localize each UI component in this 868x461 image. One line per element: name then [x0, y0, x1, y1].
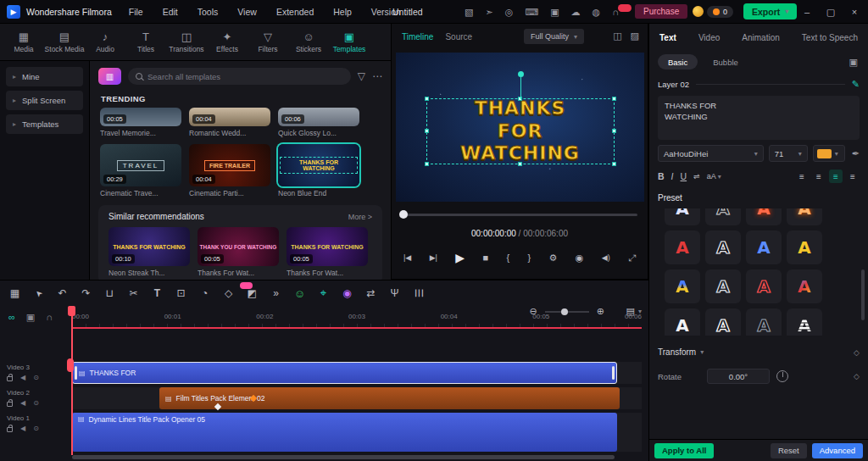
- tab-source[interactable]: Source: [445, 32, 472, 42]
- purchase-button[interactable]: Purchase: [635, 4, 687, 19]
- track-header[interactable]: Video 2 ◀ ⊙: [0, 387, 72, 409]
- subtab-bubble[interactable]: Bubble: [703, 54, 748, 69]
- transform-keyframe-icon[interactable]: ◇: [854, 348, 860, 357]
- media-tab[interactable]: ☺ Stickers: [288, 31, 329, 53]
- align-center-button[interactable]: ≡: [812, 169, 826, 183]
- screen-recorder-icon[interactable]: ◎: [505, 7, 514, 18]
- crop-icon[interactable]: ⊡: [175, 287, 187, 299]
- track-header[interactable]: Video 3 ◀ ⊙: [0, 362, 72, 384]
- menu-item[interactable]: Edit: [163, 7, 178, 17]
- promotion-icon[interactable]: ➣: [485, 7, 492, 18]
- timeline-clip-selected[interactable]: ▤ THANKS FOR: [72, 362, 617, 384]
- mute-track-icon[interactable]: ◀: [20, 374, 25, 381]
- snap-icon[interactable]: ▣: [26, 312, 35, 323]
- chroma-key-icon[interactable]: ◩: [246, 287, 259, 299]
- letter-spacing-button[interactable]: ⇌: [693, 172, 700, 181]
- menu-item[interactable]: Help: [333, 7, 352, 17]
- align-left-button[interactable]: ≡: [795, 169, 809, 183]
- preview-canvas[interactable]: THANKS FOR WATCHING: [396, 53, 644, 202]
- mute-track-icon[interactable]: ◀: [20, 425, 25, 432]
- timeline-horizontal-scrollbar[interactable]: [72, 455, 615, 459]
- more-options-icon[interactable]: ⋯: [372, 70, 382, 82]
- previous-frame-icon[interactable]: |◀: [403, 253, 411, 262]
- template-card[interactable]: THANKS FOR WATCHING Neon Blue End: [278, 144, 359, 197]
- template-card[interactable]: FIRE TRAILER 00:04 Cinematic Parti...: [189, 144, 270, 197]
- preview-scrubber[interactable]: [402, 214, 637, 216]
- more-tools-icon[interactable]: »: [270, 287, 282, 299]
- close-button[interactable]: ×: [843, 0, 866, 24]
- playhead-line[interactable]: [71, 306, 73, 455]
- mark-in-icon[interactable]: {: [506, 253, 509, 263]
- hide-track-icon[interactable]: ⊙: [33, 374, 39, 381]
- scrubber-handle[interactable]: [399, 210, 408, 219]
- track-header[interactable]: Video 1 ◀ ⊙: [0, 413, 72, 452]
- media-tab[interactable]: T Titles: [125, 31, 166, 53]
- quality-selector[interactable]: Full Quality ▾: [524, 29, 584, 44]
- template-thumbnail[interactable]: THANKS FOR WATCHING: [278, 144, 359, 186]
- split-scissors-icon[interactable]: ✂: [127, 287, 140, 299]
- tab-video[interactable]: Video: [698, 33, 720, 42]
- resize-handle[interactable]: [612, 162, 616, 166]
- media-tab[interactable]: ▣ Templates: [329, 31, 370, 53]
- keyframe-marker[interactable]: [214, 403, 221, 410]
- minimize-button[interactable]: –: [795, 0, 819, 24]
- gift-icon[interactable]: ▧: [465, 7, 473, 18]
- undo-icon[interactable]: ↶: [56, 287, 69, 299]
- apply-to-all-button[interactable]: Apply to All: [654, 443, 714, 458]
- mute-track-icon[interactable]: ◀: [20, 399, 25, 407]
- text-content-field[interactable]: THANKS FOR WATCHING: [658, 96, 860, 140]
- italic-button[interactable]: I: [671, 171, 674, 181]
- template-thumbnail[interactable]: THANKS FOR WATCHING 00:10: [108, 227, 190, 266]
- bold-button[interactable]: B: [658, 171, 665, 181]
- underline-button[interactable]: U: [681, 171, 687, 181]
- align-right-button[interactable]: ≡: [829, 169, 843, 183]
- preset-scrollbar[interactable]: [861, 269, 865, 320]
- timeline-clip[interactable]: ▤ Dynamic Lines Title Pack Opener 05: [72, 413, 617, 452]
- lock-track-icon[interactable]: [7, 427, 13, 432]
- text-preset[interactable]: A: [746, 230, 782, 264]
- coin-icon[interactable]: [693, 6, 704, 17]
- speed-icon[interactable]: ◔: [198, 287, 211, 299]
- template-thumbnail[interactable]: 00:04: [189, 108, 270, 126]
- eyedropper-ic on[interactable]: ✒: [852, 148, 860, 159]
- selection-box[interactable]: [426, 98, 615, 164]
- template-card[interactable]: 00:06 Quick Glossy Lo...: [278, 108, 359, 137]
- playhead-handle[interactable]: [68, 306, 75, 316]
- text-preset[interactable]: A: [665, 308, 700, 336]
- template-card[interactable]: THANKS FOR WATCHING 00:10 Neon Streak Th…: [108, 227, 190, 277]
- media-tab[interactable]: ♪ Audio: [85, 31, 125, 53]
- template-card[interactable]: TRAVEL 00:29 Cinematic Trave...: [100, 144, 181, 197]
- redo-icon[interactable]: ↷: [80, 287, 92, 299]
- text-preset[interactable]: A: [787, 269, 822, 303]
- text-preset[interactable]: A: [705, 269, 741, 303]
- audio-mixer-icon[interactable]: ☰: [413, 287, 425, 300]
- more-link[interactable]: More >: [348, 213, 372, 221]
- emoji-tool-icon[interactable]: ☺: [293, 287, 306, 300]
- motion-track-icon[interactable]: ⌖: [317, 286, 330, 300]
- template-thumbnail[interactable]: 00:05: [100, 108, 181, 126]
- ripple-edit-icon[interactable]: ⇄: [364, 287, 377, 299]
- delete-icon[interactable]: ⊔: [103, 287, 116, 299]
- playhead-grip[interactable]: [67, 358, 74, 372]
- keyframe-icon[interactable]: ◇: [222, 287, 235, 299]
- menu-item[interactable]: File: [129, 7, 143, 17]
- text-preset[interactable]: A: [665, 230, 700, 264]
- text-preset[interactable]: A: [705, 308, 741, 336]
- stop-icon[interactable]: ■: [482, 253, 488, 263]
- template-card[interactable]: THANKS FOR WATCHING 00:05 Thanks For Wat…: [287, 227, 368, 277]
- media-tab[interactable]: ▤ Stock Media: [44, 31, 85, 53]
- rotate-keyframe-icon[interactable]: ◇: [854, 372, 860, 380]
- timeline-clip[interactable]: ▤ Film Titles Pack Element 02: [159, 387, 620, 409]
- template-thumbnail[interactable]: TRAVEL 00:29: [100, 144, 181, 186]
- rotation-handle[interactable]: [518, 71, 524, 77]
- ai-writing-icon[interactable]: ✎: [852, 79, 860, 90]
- search-input[interactable]: [147, 72, 343, 81]
- template-thumbnail[interactable]: THANK YOU FOR WATCHING 00:05: [198, 227, 279, 266]
- voiceover-mic-icon[interactable]: Ψ: [388, 287, 401, 299]
- reset-button[interactable]: Reset: [771, 443, 807, 458]
- sidebar-category[interactable]: ▸ Split Screen: [6, 91, 83, 110]
- template-thumbnail[interactable]: THANKS FOR WATCHING 00:05: [287, 227, 368, 266]
- resize-handle[interactable]: [425, 97, 429, 101]
- template-collection-button[interactable]: ▥: [98, 68, 121, 85]
- menu-item[interactable]: View: [237, 7, 257, 17]
